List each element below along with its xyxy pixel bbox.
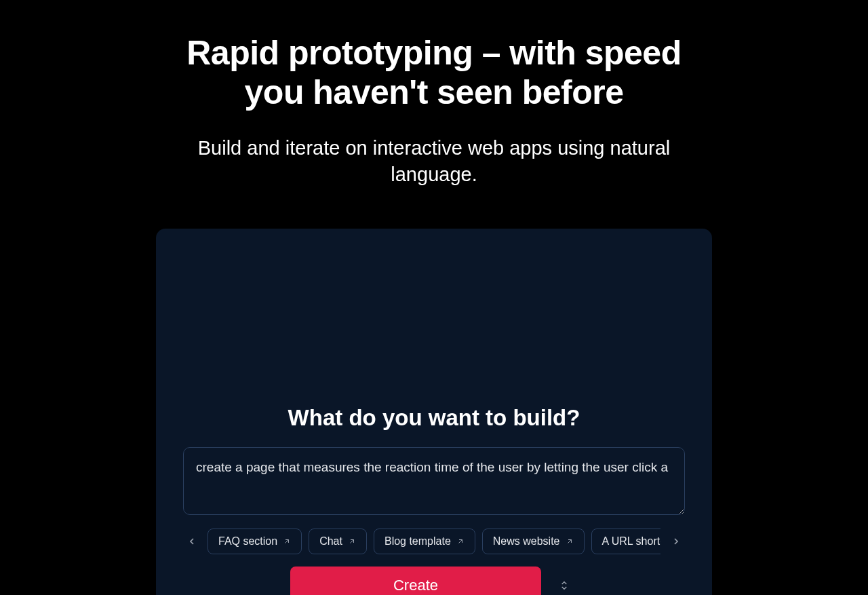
builder-card: What do you want to build? FAQ section C… — [156, 229, 712, 595]
svg-line-3 — [568, 540, 571, 543]
chevrons-up-down-icon — [559, 580, 570, 591]
prompt-heading: What do you want to build? — [183, 405, 685, 431]
chip-label: News website — [493, 535, 560, 548]
chip-url-shortener[interactable]: A URL shortener — [591, 529, 661, 554]
svg-line-0 — [285, 540, 289, 543]
arrow-up-right-icon — [348, 537, 356, 545]
chips-prev-button[interactable] — [183, 533, 201, 550]
chevron-right-icon — [671, 536, 682, 547]
hero-title: Rapid prototyping – with speed you haven… — [156, 34, 712, 112]
create-button[interactable]: Create — [290, 567, 541, 595]
chips-next-button[interactable] — [667, 533, 685, 550]
svg-line-2 — [458, 540, 462, 543]
svg-line-1 — [350, 540, 353, 543]
chip-news-website[interactable]: News website — [482, 529, 585, 554]
chip-chat[interactable]: Chat — [309, 529, 367, 554]
chips-scroll-container: FAQ section Chat Blog template News webs… — [208, 529, 660, 554]
chip-label: Chat — [319, 535, 342, 548]
create-options-button[interactable] — [551, 567, 578, 595]
chevron-left-icon — [186, 536, 197, 547]
chip-blog-template[interactable]: Blog template — [374, 529, 475, 554]
chip-label: FAQ section — [218, 535, 277, 548]
arrow-up-right-icon — [566, 537, 574, 545]
hero-subtitle: Build and iterate on interactive web app… — [176, 135, 692, 188]
arrow-up-right-icon — [456, 537, 465, 545]
chip-label: Blog template — [384, 535, 451, 548]
chip-label: A URL shortener — [602, 535, 661, 548]
chip-faq-section[interactable]: FAQ section — [208, 529, 302, 554]
create-row: Create — [183, 567, 685, 595]
suggestion-chips-row: FAQ section Chat Blog template News webs… — [183, 529, 685, 554]
create-button-label: Create — [393, 577, 438, 594]
arrow-up-right-icon — [283, 537, 291, 545]
prompt-input[interactable] — [183, 447, 685, 515]
